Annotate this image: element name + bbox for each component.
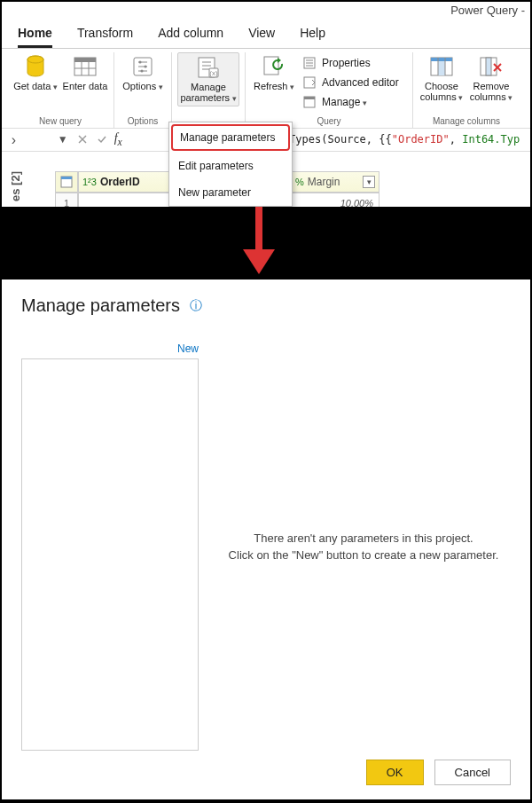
manage-label: Manage xyxy=(322,96,367,108)
ribbon: Get data Enter data New query Options xyxy=(2,49,530,129)
cancel-button[interactable]: Cancel xyxy=(434,760,511,785)
column-header-margin[interactable]: % Margin ▾ xyxy=(291,171,379,193)
table-row: 10.00% xyxy=(291,193,379,209)
advanced-editor-label: Advanced editor xyxy=(322,76,399,89)
queries-pane-toggle[interactable]: › xyxy=(2,132,26,148)
svg-rect-28 xyxy=(304,97,315,99)
column-header-label: OrderID xyxy=(100,176,140,188)
power-query-window: Power Query - Home Transform Add column … xyxy=(0,0,532,209)
empty-state-line2: Click on the "New" button to create a ne… xyxy=(229,547,499,564)
svg-marker-21 xyxy=(278,58,281,63)
database-icon xyxy=(23,54,48,79)
svg-text:(x): (x) xyxy=(209,69,218,77)
refresh-label: Refresh xyxy=(254,81,294,92)
svg-point-13 xyxy=(141,70,144,73)
dropdown-manage-parameters[interactable]: Manage parameters xyxy=(171,124,290,151)
group-label-new-query: New query xyxy=(39,114,82,128)
formula-text[interactable]: mnTypes(Source, {{"OrderID", Int64.Typ xyxy=(277,133,520,146)
accept-formula-icon[interactable] xyxy=(95,132,109,146)
parameters-icon: (x) xyxy=(196,55,221,80)
advanced-editor-icon xyxy=(302,75,317,90)
help-icon[interactable]: ⓘ xyxy=(190,298,202,312)
parameters-listbox[interactable] xyxy=(21,358,199,751)
ok-button[interactable]: OK xyxy=(366,760,424,785)
group-label-options: Options xyxy=(128,114,158,128)
tab-add-column[interactable]: Add column xyxy=(158,22,223,48)
svg-point-11 xyxy=(139,61,142,64)
manage-parameters-button[interactable]: (x) Manage parameters xyxy=(177,52,239,106)
tab-help[interactable]: Help xyxy=(300,22,325,48)
svg-rect-35 xyxy=(486,58,491,75)
properties-button[interactable]: Properties xyxy=(301,54,407,72)
options-icon xyxy=(130,54,155,79)
dialog-body: New There aren't any parameters in this … xyxy=(21,342,511,751)
properties-icon xyxy=(302,56,317,70)
column-header-label: Margin xyxy=(308,176,340,188)
refresh-button[interactable]: Refresh xyxy=(251,52,297,94)
get-data-button[interactable]: Get data xyxy=(12,52,59,94)
cancel-formula-icon[interactable] xyxy=(75,132,90,146)
dialog-left-pane: New xyxy=(21,342,199,751)
query-mini-stack: Properties Advanced editor Manage xyxy=(301,52,407,111)
window-title: Power Query - xyxy=(2,2,530,17)
tab-home[interactable]: Home xyxy=(18,22,52,48)
svg-point-12 xyxy=(145,66,147,68)
properties-label: Properties xyxy=(322,57,371,69)
group-label-query: Query xyxy=(317,114,340,128)
manage-icon xyxy=(302,95,317,109)
cell-margin[interactable]: 10.00% xyxy=(291,193,379,209)
advanced-editor-button[interactable]: Advanced editor xyxy=(301,74,407,91)
group-parameters: (x) Manage parameters xyxy=(172,52,246,128)
dropdown-new-parameter[interactable]: New parameter xyxy=(169,179,292,206)
ribbon-tabs: Home Transform Add column View Help xyxy=(2,17,530,49)
svg-rect-30 xyxy=(431,58,452,61)
row-index[interactable]: 1 xyxy=(55,193,78,209)
svg-rect-41 xyxy=(61,177,72,179)
remove-columns-icon xyxy=(479,54,504,79)
dialog-buttons: OK Cancel xyxy=(366,760,511,785)
svg-rect-31 xyxy=(438,61,445,75)
number-type-icon: 1²3 xyxy=(82,177,97,187)
tab-transform[interactable]: Transform xyxy=(77,22,133,48)
group-options: Options Options xyxy=(114,52,172,128)
group-new-query: Get data Enter data New query xyxy=(7,52,114,128)
group-manage-columns: Choose columns Remove columns Manage col… xyxy=(413,52,520,128)
enter-data-button[interactable]: Enter data xyxy=(62,52,108,93)
enter-data-label: Enter data xyxy=(63,81,108,91)
manage-parameters-dialog: Manage parameters ⓘ New There aren't any… xyxy=(0,278,532,801)
new-parameter-link[interactable]: New xyxy=(177,342,199,355)
empty-state-line1: There aren't any parameters in this proj… xyxy=(254,530,473,547)
manage-button[interactable]: Manage xyxy=(301,93,407,111)
group-label-manage-columns: Manage columns xyxy=(433,114,500,128)
svg-rect-20 xyxy=(264,57,278,75)
tab-view[interactable]: View xyxy=(248,22,275,48)
manage-parameters-dropdown: Manage parameters Edit parameters New pa… xyxy=(168,122,293,207)
table-icon xyxy=(73,54,98,79)
choose-columns-icon xyxy=(429,54,454,79)
remove-columns-label: Remove columns xyxy=(468,81,514,103)
get-data-label: Get data xyxy=(13,81,58,92)
options-button[interactable]: Options xyxy=(120,52,166,94)
manage-parameters-label: Manage parameters xyxy=(178,82,239,104)
choose-columns-label: Choose columns xyxy=(419,81,465,103)
percent-type-icon: % xyxy=(295,177,304,187)
svg-rect-26 xyxy=(304,77,315,88)
queries-pane-label: es [2] xyxy=(9,171,22,201)
column-filter-icon[interactable]: ▾ xyxy=(363,176,375,188)
annotation-arrow-gap xyxy=(0,209,532,278)
choose-columns-button[interactable]: Choose columns xyxy=(419,52,465,105)
dialog-title: Manage parameters xyxy=(21,295,180,315)
svg-marker-43 xyxy=(243,249,275,274)
dialog-right-pane: There aren't any parameters in this proj… xyxy=(216,342,511,751)
svg-rect-3 xyxy=(74,58,96,62)
remove-columns-button[interactable]: Remove columns xyxy=(468,52,514,105)
grid-corner-icon[interactable] xyxy=(55,171,78,193)
formula-expand-icon[interactable]: ▼ xyxy=(58,133,70,146)
options-label: Options xyxy=(122,81,162,92)
group-query: Refresh Properties Advanced editor xyxy=(246,52,413,128)
refresh-icon xyxy=(262,54,286,79)
dropdown-edit-parameters[interactable]: Edit parameters xyxy=(169,153,292,179)
fx-icon[interactable]: fx xyxy=(114,131,134,148)
